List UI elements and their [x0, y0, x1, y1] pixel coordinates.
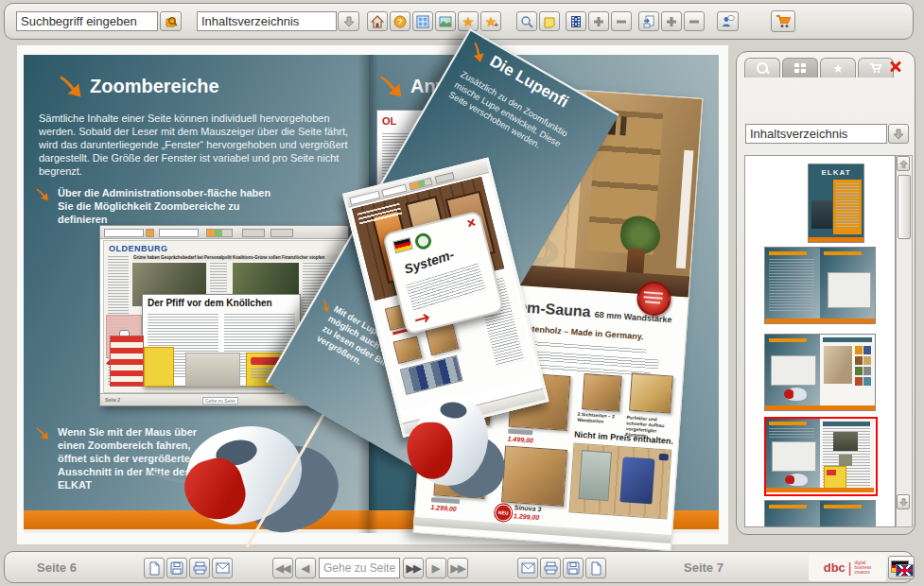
left-page-title: Zoombereiche: [90, 76, 219, 97]
cart-button[interactable]: [771, 10, 795, 32]
cart-icon: [869, 62, 882, 74]
filmstrip-button[interactable]: [566, 11, 586, 31]
sauna-heater-blue: [619, 457, 654, 504]
ad-photo: [185, 353, 240, 387]
thumbnail-view-button[interactable]: [412, 11, 433, 31]
goto-page-input[interactable]: [319, 558, 400, 578]
save-icon: [170, 561, 183, 575]
print-button[interactable]: [189, 558, 210, 578]
previous-page-button[interactable]: ◀: [295, 558, 316, 578]
new-document-button[interactable]: [144, 558, 165, 578]
filmstrip-icon: [569, 15, 583, 28]
ad-flyer: [144, 347, 174, 387]
bottom-bar: Seite 6 ◀◀ ◀ ▶▶ ▶ ▶▶ Seite 7: [4, 551, 914, 583]
organic-seal-icon: [413, 232, 433, 251]
product-price: 1.299,00: [514, 512, 540, 521]
save-button[interactable]: [166, 558, 187, 578]
search-input[interactable]: [16, 11, 158, 31]
thumb-spread-6-7-selected[interactable]: [764, 417, 878, 496]
side-panel: ★ ELKAT: [736, 51, 915, 535]
tab-thumbnails[interactable]: [782, 58, 818, 78]
left-page-intro: Sämtliche Inhalte einer Seite können ind…: [39, 112, 355, 178]
zoom-tool-button[interactable]: [516, 11, 537, 31]
thumb-spread-2-3[interactable]: [764, 247, 876, 324]
language-button[interactable]: [888, 556, 915, 579]
minus-icon: [616, 16, 627, 27]
thumb-cover-logo: ELKAT: [812, 168, 860, 177]
magnifier-icon: [520, 15, 533, 28]
printer-icon: [544, 561, 558, 575]
user-comment-button[interactable]: [717, 11, 739, 31]
orange-arrow-icon: [465, 40, 491, 65]
save-button-right[interactable]: [563, 558, 584, 578]
image-view-button[interactable]: [435, 11, 456, 31]
elkat-viewer-window: Zoombereiche Sämtliche Inhalte einer Sei…: [0, 0, 924, 586]
search-icon: [757, 62, 768, 74]
german-flag-icon: [392, 237, 413, 253]
svg-text:?: ?: [397, 17, 403, 26]
red-arrow-icon: [414, 312, 435, 326]
first-page-button[interactable]: ◀◀: [272, 558, 293, 578]
dbc-logo-text: dbc: [824, 560, 846, 575]
toc-select[interactable]: [197, 11, 337, 31]
ad-flyer: [110, 336, 144, 387]
dbc-logo: dbc | digital business creators: [809, 554, 886, 581]
mini-masthead: OL: [382, 115, 396, 127]
new-document-button-right[interactable]: [585, 558, 606, 578]
panel-toc-select[interactable]: [745, 124, 887, 144]
star-icon: ★: [832, 62, 844, 75]
favorites-button[interactable]: ★: [458, 11, 479, 31]
page-zoom-out-button[interactable]: [684, 11, 705, 31]
minus-icon: [689, 16, 700, 27]
panel-toc-dropdown-button[interactable]: [888, 124, 909, 144]
chevron-down-icon: [893, 129, 904, 140]
thumbnail-scrollbar[interactable]: [896, 155, 913, 527]
tab-favorites[interactable]: ★: [820, 58, 856, 78]
last-page-button[interactable]: ▶▶: [447, 558, 468, 578]
tab-search[interactable]: [744, 58, 780, 78]
orange-arrow-icon: [58, 74, 84, 100]
email-button[interactable]: [212, 558, 233, 578]
print-button-right[interactable]: [540, 558, 561, 578]
panel-close-button[interactable]: [888, 59, 903, 74]
scroll-down-button[interactable]: [897, 494, 910, 509]
close-icon[interactable]: [466, 217, 477, 228]
search-icon: [165, 15, 178, 28]
scroll-up-button[interactable]: [897, 156, 910, 171]
grid-icon: [794, 63, 806, 73]
thumb-cover-page[interactable]: ELKAT: [808, 164, 864, 243]
heater-photo: [568, 442, 671, 519]
document-icon: [148, 561, 161, 576]
help-icon: ?: [393, 15, 407, 28]
help-button[interactable]: ?: [390, 11, 410, 31]
email-button-right[interactable]: [517, 558, 538, 578]
goto-page-button[interactable]: ▶▶: [403, 558, 424, 578]
home-button[interactable]: [367, 11, 388, 31]
star-icon: ★: [462, 15, 475, 28]
filmstrip-zoom-out-button[interactable]: [611, 11, 632, 31]
next-page-button[interactable]: ▶: [426, 558, 446, 578]
home-icon: [371, 15, 384, 28]
add-favorite-button[interactable]: ★ +: [480, 11, 501, 31]
notes-button[interactable]: [539, 11, 560, 31]
page-zoom-in-button[interactable]: [661, 11, 682, 31]
scroll-thumb[interactable]: [898, 175, 911, 239]
user-speech-icon: [721, 14, 735, 28]
printer-icon: [193, 561, 207, 575]
document-icon: [590, 561, 602, 576]
thumbnail-list[interactable]: ELKAT: [744, 155, 896, 527]
thumb-spread-4-5[interactable]: [764, 334, 876, 411]
newspaper-headline-left: Grüne haben Gesprächsbedarf bei Personal…: [132, 254, 243, 261]
thumb-spread-8-9[interactable]: [764, 500, 876, 527]
cart-icon: [776, 14, 792, 29]
filmstrip-zoom-in-button[interactable]: [588, 11, 609, 31]
mail-icon: [216, 562, 230, 574]
cutaway-caption: 2 Sichtseiten – 2 Wandseiten: [577, 411, 621, 425]
search-button[interactable]: [160, 11, 182, 31]
page-scale-button[interactable]: [638, 11, 659, 31]
chevron-down-icon: [899, 498, 908, 507]
page-copy-icon: [642, 15, 655, 28]
save-icon: [567, 561, 580, 575]
toc-dropdown-button[interactable]: [338, 11, 359, 31]
language-flag-icon: [891, 560, 912, 575]
